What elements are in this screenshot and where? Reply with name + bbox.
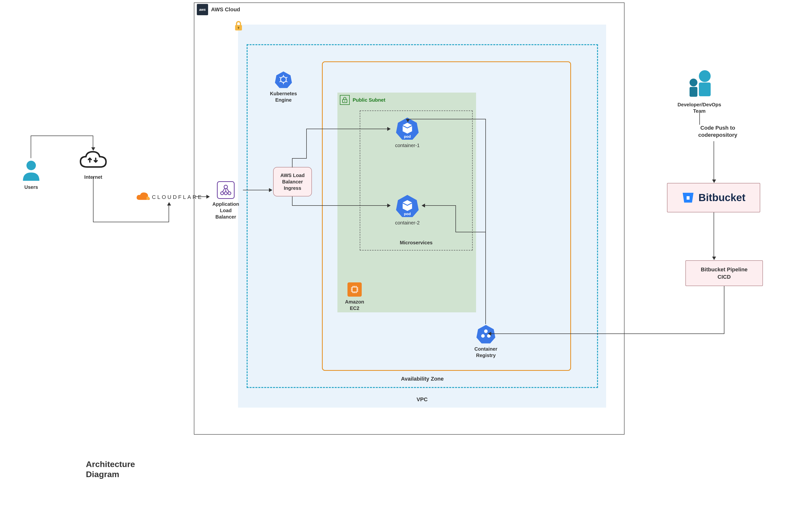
edge <box>93 177 93 222</box>
svg-point-7 <box>221 192 223 195</box>
container-registry-label: Container Registry <box>474 346 497 359</box>
svg-point-48 <box>699 70 710 82</box>
pod-icon: pod <box>395 194 419 217</box>
code-push-label: Code Push to coderepository <box>683 124 752 138</box>
kubernetes-engine-node: Kubernetes Engine <box>267 71 299 103</box>
arrow-head-icon <box>269 188 272 192</box>
bitbucket-icon <box>682 191 694 204</box>
svg-rect-51 <box>689 87 698 97</box>
bitbucket-label: Bitbucket <box>698 192 745 204</box>
svg-point-47 <box>484 330 488 333</box>
alb-icon <box>217 181 235 199</box>
availability-zone-label: Availability Zone <box>401 376 444 382</box>
alb-label: Application Load Balancer <box>208 201 243 220</box>
arrow-head-icon <box>712 180 716 183</box>
svg-text:pod: pod <box>404 134 411 138</box>
alb-node: Application Load Balancer <box>208 181 243 220</box>
pipeline-label-2: CICD <box>718 274 731 280</box>
edge <box>292 205 307 206</box>
edge <box>292 196 293 206</box>
svg-rect-31 <box>352 287 357 292</box>
arrow-head-icon <box>488 332 491 336</box>
team-icon <box>682 69 717 100</box>
users-label: Users <box>24 184 38 190</box>
kubernetes-icon <box>275 71 292 88</box>
edge <box>169 205 169 222</box>
edge <box>407 119 486 119</box>
edge <box>31 136 31 158</box>
svg-text:pod: pod <box>404 212 411 216</box>
ec2-icon <box>347 282 362 297</box>
svg-point-5 <box>27 161 36 170</box>
edge <box>306 129 388 129</box>
public-subnet-header: Public Subnet <box>340 95 385 105</box>
aws-cloud-header: aws AWS Cloud <box>194 3 243 16</box>
arrow-head-icon <box>387 127 391 131</box>
arrow-head-icon <box>712 257 716 260</box>
devops-team-node: Developer/DevOps Team <box>675 69 724 114</box>
edge <box>31 136 93 136</box>
edge <box>306 205 388 206</box>
edge <box>243 190 269 190</box>
edge <box>424 205 456 206</box>
svg-marker-44 <box>477 325 496 343</box>
vpc-label: VPC <box>417 396 427 403</box>
edge <box>93 136 93 148</box>
arrow-head-icon <box>406 119 410 122</box>
edge <box>714 141 714 180</box>
kubernetes-label: Kubernetes Engine <box>270 90 297 103</box>
edge <box>699 113 700 125</box>
pipeline-label-1: Bitbucket Pipeline <box>701 267 748 273</box>
users-node: Users <box>18 159 45 190</box>
edge <box>292 158 307 159</box>
arrow-head-icon <box>91 147 95 151</box>
ec2-node: Amazon EC2 <box>340 282 369 311</box>
svg-point-9 <box>228 192 231 195</box>
edge <box>93 222 169 222</box>
devops-team-label: Developer/DevOps Team <box>677 101 721 114</box>
microservices-label: Microservices <box>400 240 432 245</box>
edge <box>491 333 724 334</box>
cloudflare-wordmark: CLOUDFLARE <box>152 194 203 200</box>
cloud-icon <box>79 150 108 172</box>
svg-rect-52 <box>687 196 689 200</box>
edge <box>455 205 456 232</box>
bitbucket-node: Bitbucket <box>667 183 760 212</box>
ec2-label: Amazon EC2 <box>345 299 364 311</box>
cloudflare-cloud-icon <box>136 192 151 202</box>
edge <box>714 212 714 257</box>
public-subnet-label: Public Subnet <box>353 97 385 103</box>
arrow-head-icon <box>422 204 425 208</box>
svg-rect-2 <box>238 28 239 29</box>
ingress-node: AWS Load Balancer Ingress <box>273 167 312 196</box>
vpc-lock-icon <box>234 21 243 31</box>
container-registry-icon <box>476 324 496 344</box>
cloudflare-logo: CLOUDFLARE <box>136 192 203 202</box>
diagram-title: Architecture Diagram <box>86 459 135 479</box>
user-icon <box>19 159 43 182</box>
svg-marker-13 <box>275 72 292 88</box>
edge <box>724 286 724 334</box>
aws-logo-icon: aws <box>197 4 208 15</box>
pod2-label: container-2 <box>395 220 420 226</box>
arrow-head-icon <box>167 202 171 206</box>
svg-point-45 <box>481 334 485 338</box>
aws-cloud-label: AWS Cloud <box>211 6 240 13</box>
ingress-label: AWS Load Balancer Ingress <box>280 172 305 191</box>
cloudflare-node: CLOUDFLARE <box>145 192 194 202</box>
edge <box>306 129 307 159</box>
svg-rect-49 <box>699 82 710 96</box>
arrow-head-icon <box>387 204 391 208</box>
svg-line-12 <box>227 188 229 192</box>
svg-line-11 <box>222 188 225 192</box>
edge <box>195 196 207 197</box>
edge <box>485 119 486 324</box>
container-registry-node: Container Registry <box>466 324 505 359</box>
subnet-lock-icon <box>340 95 350 105</box>
pod-container-2: pod container-2 <box>391 194 423 226</box>
edge <box>292 158 293 167</box>
svg-point-50 <box>689 78 698 87</box>
edge <box>455 232 486 232</box>
pod1-label: container-1 <box>395 142 420 149</box>
arrow-head-icon <box>206 195 210 199</box>
